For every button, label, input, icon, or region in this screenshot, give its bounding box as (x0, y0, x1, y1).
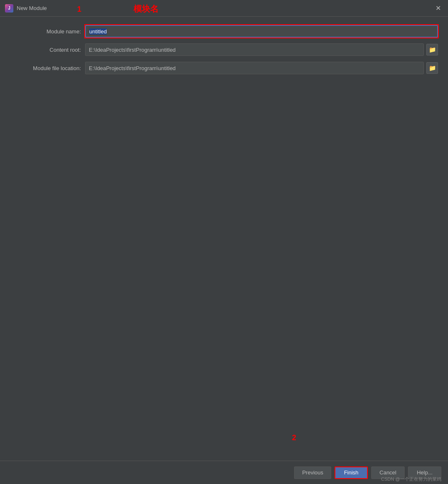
close-button[interactable]: ✕ (433, 3, 443, 13)
title-bar: J New Module ✕ (0, 0, 448, 17)
new-module-dialog: 1 模块名 2 J New Module ✕ Module name: Cont… (0, 0, 448, 484)
module-name-input[interactable] (85, 25, 438, 38)
module-name-input-wrapper (85, 25, 438, 38)
folder-icon: 📁 (429, 46, 436, 53)
content-area: Module name: Content root: 📁 Module file… (0, 17, 448, 461)
content-root-input[interactable] (85, 43, 424, 56)
annotation-title: 模块名 (133, 3, 159, 15)
module-name-outline (85, 25, 438, 38)
content-root-label: Content root: (10, 47, 85, 53)
folder-icon-2: 📁 (429, 65, 436, 71)
module-name-row: Module name: (10, 25, 438, 38)
module-file-location-input-wrapper: 📁 (85, 62, 438, 74)
watermark: CSDN @一个正在努力的菜鸡 (381, 476, 441, 482)
module-file-location-row: Module file location: 📁 (10, 62, 438, 74)
bottom-bar: Previous Finish Cancel Help... CSDN @一个正… (0, 461, 448, 484)
module-file-location-browse-button[interactable]: 📁 (426, 62, 438, 74)
previous-button[interactable]: Previous (294, 466, 331, 479)
module-name-label: Module name: (10, 28, 85, 35)
module-file-location-label: Module file location: (10, 65, 85, 71)
title-bar-left: J New Module (5, 4, 47, 13)
annotation-step2: 2 (292, 434, 296, 442)
module-file-location-input[interactable] (85, 62, 424, 74)
empty-space (10, 80, 438, 452)
finish-button[interactable]: Finish (335, 466, 368, 479)
annotation-step1: 1 (77, 5, 81, 14)
window-title: New Module (17, 5, 47, 11)
content-root-row: Content root: 📁 (10, 43, 438, 56)
content-root-input-wrapper: 📁 (85, 43, 438, 56)
content-root-browse-button[interactable]: 📁 (426, 44, 438, 55)
app-icon: J (5, 4, 13, 13)
